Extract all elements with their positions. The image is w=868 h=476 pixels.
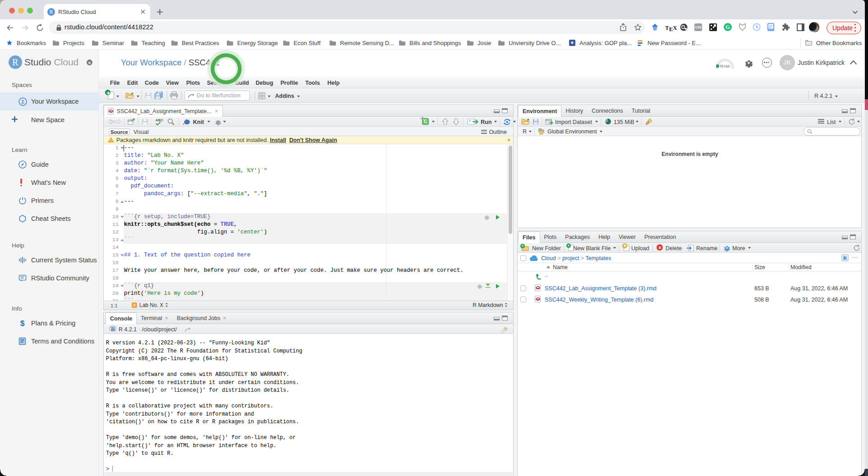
- svg-text:R: R: [111, 325, 115, 332]
